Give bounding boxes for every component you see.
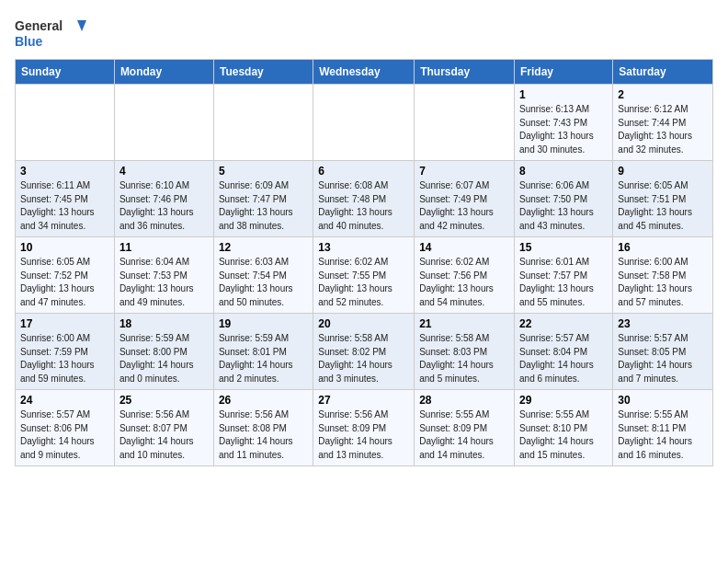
calendar-header-row: SundayMondayTuesdayWednesdayThursdayFrid…: [16, 60, 713, 85]
day-number: 7: [419, 165, 509, 178]
calendar-cell: [16, 85, 115, 161]
day-number: 19: [219, 317, 308, 330]
day-info: Sunrise: 5:56 AM Sunset: 8:08 PM Dayligh…: [219, 408, 308, 462]
day-info: Sunrise: 6:05 AM Sunset: 7:51 PM Dayligh…: [618, 179, 708, 233]
day-info: Sunrise: 5:57 AM Sunset: 8:05 PM Dayligh…: [618, 332, 708, 385]
calendar-cell: 30Sunrise: 5:55 AM Sunset: 8:11 PM Dayli…: [613, 390, 713, 466]
calendar-cell: 9Sunrise: 6:05 AM Sunset: 7:51 PM Daylig…: [613, 161, 713, 237]
day-info: Sunrise: 5:59 AM Sunset: 8:01 PM Dayligh…: [219, 332, 308, 385]
day-info: Sunrise: 6:09 AM Sunset: 7:47 PM Dayligh…: [219, 179, 308, 233]
day-number: 23: [618, 317, 708, 330]
calendar-cell: 14Sunrise: 6:02 AM Sunset: 7:56 PM Dayli…: [415, 237, 515, 314]
day-number: 10: [20, 241, 109, 254]
calendar-cell: 2Sunrise: 6:12 AM Sunset: 7:44 PM Daylig…: [613, 85, 713, 161]
calendar-week-row: 24Sunrise: 5:57 AM Sunset: 8:06 PM Dayli…: [16, 390, 713, 466]
day-info: Sunrise: 6:13 AM Sunset: 7:43 PM Dayligh…: [519, 103, 608, 156]
day-number: 18: [119, 317, 209, 330]
day-number: 17: [20, 317, 109, 330]
day-number: 14: [419, 241, 509, 254]
day-info: Sunrise: 6:11 AM Sunset: 7:45 PM Dayligh…: [20, 179, 109, 233]
logo: General Blue: [15, 15, 88, 52]
day-info: Sunrise: 6:12 AM Sunset: 7:44 PM Dayligh…: [618, 103, 708, 156]
col-header-monday: Monday: [114, 60, 213, 85]
calendar-cell: 4Sunrise: 6:10 AM Sunset: 7:46 PM Daylig…: [114, 161, 213, 237]
day-number: 1: [519, 88, 608, 101]
col-header-wednesday: Wednesday: [313, 60, 415, 85]
day-info: Sunrise: 6:07 AM Sunset: 7:49 PM Dayligh…: [419, 179, 509, 233]
day-number: 30: [618, 394, 708, 407]
calendar-cell: 15Sunrise: 6:01 AM Sunset: 7:57 PM Dayli…: [515, 237, 613, 314]
calendar-cell: 29Sunrise: 5:55 AM Sunset: 8:10 PM Dayli…: [515, 390, 613, 466]
day-info: Sunrise: 6:05 AM Sunset: 7:52 PM Dayligh…: [20, 256, 109, 309]
calendar-cell: 28Sunrise: 5:55 AM Sunset: 8:09 PM Dayli…: [415, 390, 515, 466]
calendar-cell: 25Sunrise: 5:56 AM Sunset: 8:07 PM Dayli…: [114, 390, 213, 466]
day-number: 26: [219, 394, 308, 407]
day-number: 5: [219, 165, 308, 178]
day-info: Sunrise: 6:01 AM Sunset: 7:57 PM Dayligh…: [519, 256, 608, 309]
calendar-week-row: 10Sunrise: 6:05 AM Sunset: 7:52 PM Dayli…: [16, 237, 713, 314]
calendar-cell: 24Sunrise: 5:57 AM Sunset: 8:06 PM Dayli…: [16, 390, 115, 466]
day-info: Sunrise: 5:59 AM Sunset: 8:00 PM Dayligh…: [119, 332, 209, 385]
calendar-cell: 6Sunrise: 6:08 AM Sunset: 7:48 PM Daylig…: [313, 161, 415, 237]
day-info: Sunrise: 6:06 AM Sunset: 7:50 PM Dayligh…: [519, 179, 608, 233]
calendar-cell: 11Sunrise: 6:04 AM Sunset: 7:53 PM Dayli…: [114, 237, 213, 314]
calendar-cell: 1Sunrise: 6:13 AM Sunset: 7:43 PM Daylig…: [515, 85, 613, 161]
day-info: Sunrise: 5:56 AM Sunset: 8:07 PM Dayligh…: [119, 408, 209, 462]
day-number: 12: [219, 241, 308, 254]
day-info: Sunrise: 6:02 AM Sunset: 7:55 PM Dayligh…: [318, 256, 409, 309]
day-number: 15: [519, 241, 608, 254]
day-info: Sunrise: 5:55 AM Sunset: 8:09 PM Dayligh…: [419, 408, 509, 462]
day-number: 4: [119, 165, 209, 178]
day-info: Sunrise: 5:58 AM Sunset: 8:02 PM Dayligh…: [318, 332, 409, 385]
calendar-cell: 19Sunrise: 5:59 AM Sunset: 8:01 PM Dayli…: [213, 314, 313, 390]
calendar-week-row: 3Sunrise: 6:11 AM Sunset: 7:45 PM Daylig…: [16, 161, 713, 237]
day-info: Sunrise: 5:57 AM Sunset: 8:06 PM Dayligh…: [20, 408, 109, 462]
col-header-sunday: Sunday: [16, 60, 115, 85]
day-info: Sunrise: 6:02 AM Sunset: 7:56 PM Dayligh…: [419, 256, 509, 309]
calendar-cell: 12Sunrise: 6:03 AM Sunset: 7:54 PM Dayli…: [213, 237, 313, 314]
page-header: General Blue: [15, 15, 713, 52]
day-info: Sunrise: 6:08 AM Sunset: 7:48 PM Dayligh…: [318, 179, 409, 233]
calendar-cell: 5Sunrise: 6:09 AM Sunset: 7:47 PM Daylig…: [213, 161, 313, 237]
calendar-week-row: 1Sunrise: 6:13 AM Sunset: 7:43 PM Daylig…: [16, 85, 713, 161]
day-number: 24: [20, 394, 109, 407]
day-info: Sunrise: 6:04 AM Sunset: 7:53 PM Dayligh…: [119, 256, 209, 309]
day-info: Sunrise: 5:55 AM Sunset: 8:10 PM Dayligh…: [519, 408, 608, 462]
day-number: 25: [119, 394, 209, 407]
day-number: 22: [519, 317, 608, 330]
day-number: 13: [318, 241, 409, 254]
day-number: 3: [20, 165, 109, 178]
day-info: Sunrise: 5:56 AM Sunset: 8:09 PM Dayligh…: [318, 408, 409, 462]
svg-text:General: General: [15, 18, 63, 33]
logo-svg: General Blue: [15, 15, 88, 52]
day-number: 29: [519, 394, 608, 407]
day-info: Sunrise: 6:10 AM Sunset: 7:46 PM Dayligh…: [119, 179, 209, 233]
col-header-tuesday: Tuesday: [213, 60, 313, 85]
day-info: Sunrise: 5:55 AM Sunset: 8:11 PM Dayligh…: [618, 408, 708, 462]
calendar-cell: 26Sunrise: 5:56 AM Sunset: 8:08 PM Dayli…: [213, 390, 313, 466]
col-header-friday: Friday: [515, 60, 613, 85]
calendar-cell: [415, 85, 515, 161]
calendar-cell: 21Sunrise: 5:58 AM Sunset: 8:03 PM Dayli…: [415, 314, 515, 390]
day-number: 9: [618, 165, 708, 178]
col-header-thursday: Thursday: [415, 60, 515, 85]
day-number: 16: [618, 241, 708, 254]
calendar-cell: [114, 85, 213, 161]
calendar-cell: 7Sunrise: 6:07 AM Sunset: 7:49 PM Daylig…: [415, 161, 515, 237]
day-number: 27: [318, 394, 409, 407]
day-number: 20: [318, 317, 409, 330]
day-number: 21: [419, 317, 509, 330]
day-info: Sunrise: 6:00 AM Sunset: 7:58 PM Dayligh…: [618, 256, 708, 309]
calendar-cell: 3Sunrise: 6:11 AM Sunset: 7:45 PM Daylig…: [16, 161, 115, 237]
day-number: 8: [519, 165, 608, 178]
calendar-cell: 8Sunrise: 6:06 AM Sunset: 7:50 PM Daylig…: [515, 161, 613, 237]
calendar-cell: 27Sunrise: 5:56 AM Sunset: 8:09 PM Dayli…: [313, 390, 415, 466]
day-info: Sunrise: 5:57 AM Sunset: 8:04 PM Dayligh…: [519, 332, 608, 385]
calendar-cell: 23Sunrise: 5:57 AM Sunset: 8:05 PM Dayli…: [613, 314, 713, 390]
svg-marker-2: [77, 20, 86, 31]
calendar-table: SundayMondayTuesdayWednesdayThursdayFrid…: [15, 59, 713, 466]
calendar-week-row: 17Sunrise: 6:00 AM Sunset: 7:59 PM Dayli…: [16, 314, 713, 390]
calendar-cell: 13Sunrise: 6:02 AM Sunset: 7:55 PM Dayli…: [313, 237, 415, 314]
calendar-cell: [213, 85, 313, 161]
calendar-cell: 22Sunrise: 5:57 AM Sunset: 8:04 PM Dayli…: [515, 314, 613, 390]
